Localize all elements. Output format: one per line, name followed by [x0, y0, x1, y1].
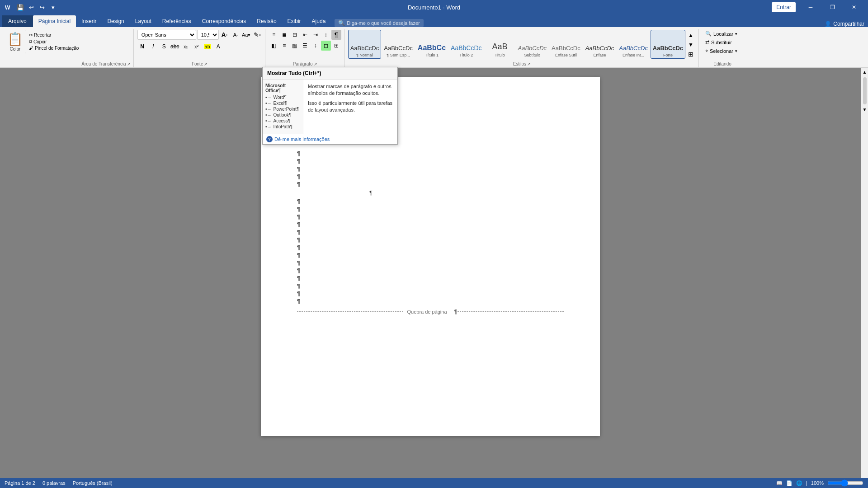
redo-button[interactable]: ↪	[37, 2, 47, 12]
highlight-color-button[interactable]: ab	[203, 42, 212, 52]
font-name-select[interactable]: Open Sans	[137, 30, 196, 40]
tooltip-powerpoint-item: •→ PowerPoint¶	[265, 107, 300, 112]
zoom-slider[interactable]	[827, 479, 863, 487]
customize-qat-button[interactable]: ▾	[48, 2, 58, 12]
justify-button[interactable]: ☰	[300, 41, 310, 51]
style-titulo1[interactable]: AaBbCc Título 1	[415, 30, 448, 59]
align-right-button[interactable]: ▧	[290, 41, 300, 51]
scroll-down-button[interactable]: ▼	[862, 106, 868, 113]
web-layout-icon[interactable]: 🌐	[796, 480, 802, 486]
page-count: Página 1 de 2	[5, 480, 35, 486]
title-bar-right: Entrar ─ ❐ ✕	[772, 0, 864, 14]
increase-indent-button[interactable]: ⇥	[311, 30, 321, 40]
clipboard-small-buttons: ✂ Recortar ⧉ Copiar 🖌 Pincel de Formataç…	[26, 30, 81, 53]
tab-ajuda[interactable]: Ajuda	[307, 15, 331, 27]
style-normal[interactable]: AaBbCcDc ¶ Normal	[348, 30, 382, 59]
bullet-arrow-icon6: •→	[265, 124, 272, 129]
para-mark: ¶	[297, 206, 564, 212]
cut-button[interactable]: ✂ Recortar	[28, 32, 80, 38]
replace-button[interactable]: ⇄ Substituir	[703, 38, 735, 46]
shading-button[interactable]: ◻	[321, 41, 331, 51]
style-forte-label: Forte	[663, 53, 673, 57]
scroll-up-button[interactable]: ▲	[862, 69, 868, 75]
change-case-button[interactable]: Aa▾	[241, 30, 251, 40]
clear-format-button[interactable]: ✎×	[252, 30, 262, 40]
style-subtitulo[interactable]: AaBbCcDc Subtítulo	[516, 30, 549, 59]
expand-paragraph-icon[interactable]: ↗	[314, 62, 317, 66]
para-mark: ¶	[297, 150, 564, 157]
para-mark: ¶	[297, 275, 564, 282]
restore-button[interactable]: ❐	[822, 0, 843, 14]
expand-styles-icon[interactable]: ↗	[527, 62, 531, 66]
bullets-button[interactable]: ≡	[269, 30, 279, 40]
styles-scroll-down[interactable]: ▼	[686, 40, 696, 50]
numbered-list-button[interactable]: ≣	[279, 30, 289, 40]
style-enfase[interactable]: AaBbCcDc Ênfase	[583, 30, 617, 59]
styles-scroll-up[interactable]: ▲	[686, 31, 696, 40]
tab-exibir[interactable]: Exibir	[282, 15, 307, 27]
style-titulo2[interactable]: AaBbCcDc Título 2	[448, 30, 484, 59]
tell-me-search[interactable]: 🔍 Diga-me o que você deseja fazer	[335, 19, 423, 27]
italic-button[interactable]: I	[148, 42, 158, 52]
increase-font-button[interactable]: A+	[220, 30, 230, 40]
underline-button[interactable]: S	[159, 42, 169, 52]
save-button[interactable]: 💾	[15, 2, 25, 12]
decrease-indent-button[interactable]: ⇤	[300, 30, 310, 40]
read-mode-icon[interactable]: 📖	[776, 480, 783, 486]
tab-arquivo[interactable]: Arquivo	[2, 15, 33, 27]
tab-layout[interactable]: Layout	[130, 15, 157, 27]
superscript-button[interactable]: x²	[192, 42, 202, 52]
document-scroll-area[interactable]: Mostrar Tudo (Ctrl+*) Microsoft Office¶ …	[0, 68, 861, 478]
editing-label: Editando	[703, 61, 742, 67]
vertical-scrollbar[interactable]: ▲ ▼	[861, 68, 868, 478]
find-button[interactable]: 🔍 Localizar ▾	[703, 30, 740, 38]
align-center-button[interactable]: ≡	[279, 41, 289, 51]
print-layout-icon[interactable]: 📄	[786, 480, 793, 486]
styles-more[interactable]: ⊞	[686, 49, 696, 59]
show-all-button[interactable]: ¶	[331, 30, 341, 40]
style-enfase-sutil[interactable]: AaBbCcDc Ênfase Sutil	[549, 30, 583, 59]
para-mark: ¶	[297, 229, 564, 235]
style-enfase-int-preview: AaBbCcDc	[619, 45, 648, 52]
style-forte[interactable]: AaBbCcDc Forte	[651, 30, 685, 59]
strikethrough-button[interactable]: abc	[170, 42, 180, 52]
tab-inserir[interactable]: Inserir	[76, 15, 102, 27]
expand-font-icon[interactable]: ↗	[204, 62, 208, 66]
align-left-button[interactable]: ◧	[269, 41, 279, 51]
sign-in-button[interactable]: Entrar	[772, 2, 796, 12]
style-titulo[interactable]: AaB Título	[485, 30, 515, 59]
style-enfase-int[interactable]: AaBbCcDc Ênfase Int...	[617, 30, 650, 59]
tooltip-more-info-link[interactable]: ? Dê-me mais informações	[263, 134, 397, 144]
style-enfase-sutil-label: Ênfase Sutil	[555, 53, 577, 57]
minimize-button[interactable]: ─	[800, 0, 821, 14]
ribbon-right-actions: 👤 Compartilhar	[825, 21, 868, 27]
scroll-thumb[interactable]	[863, 77, 867, 104]
format-painter-button[interactable]: 🖌 Pincel de Formatação	[28, 45, 80, 51]
undo-button[interactable]: ↩	[26, 2, 36, 12]
share-button[interactable]: 👤 Compartilhar	[825, 21, 864, 27]
bold-button[interactable]: N	[137, 42, 147, 52]
tab-referencias[interactable]: Referências	[157, 15, 197, 27]
tab-pagina-inicial[interactable]: Página Inicial	[33, 15, 76, 27]
borders-button[interactable]: ⊞	[331, 41, 341, 51]
multilevel-list-button[interactable]: ⊟	[290, 30, 300, 40]
subscript-button[interactable]: x₂	[181, 42, 191, 52]
tab-correspondencias[interactable]: Correspondências	[197, 15, 251, 27]
tooltip-access-item: •→ Access¶	[265, 118, 300, 123]
copy-button[interactable]: ⧉ Copiar	[28, 38, 80, 45]
paragraph-row2: ◧ ≡ ▧ ☰ ↕ ◻ ⊞	[269, 41, 341, 51]
font-color-button[interactable]: A	[213, 42, 223, 52]
select-button[interactable]: ⌖ Selecionar ▾	[703, 47, 740, 55]
tell-me-label: Diga-me o que você deseja fazer	[347, 20, 420, 26]
close-button[interactable]: ✕	[844, 0, 864, 14]
style-no-space[interactable]: AaBbCcDc ¶ Sem Esp...	[382, 30, 415, 59]
tab-revisao[interactable]: Revisão	[251, 15, 282, 27]
tab-design[interactable]: Design	[102, 15, 129, 27]
sort-button[interactable]: ↕	[321, 30, 331, 40]
zoom-separator: |	[806, 480, 807, 486]
decrease-font-button[interactable]: A-	[231, 30, 241, 40]
expand-clipboard-icon[interactable]: ↗	[127, 62, 131, 66]
font-size-select[interactable]: 10,5	[197, 30, 219, 40]
line-spacing-button[interactable]: ↕	[311, 41, 321, 51]
paste-button[interactable]: 📋 Colar	[5, 30, 26, 53]
